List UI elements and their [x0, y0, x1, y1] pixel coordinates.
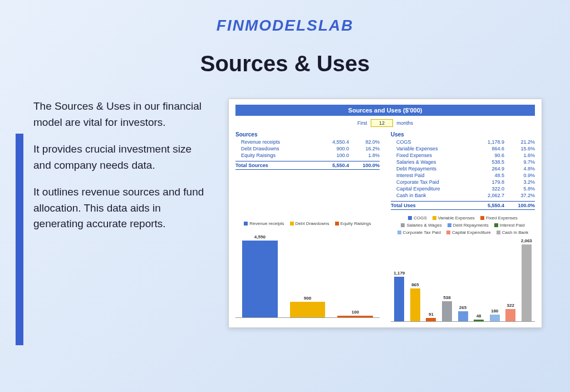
bar-fill: [337, 316, 373, 317]
sources-chart: Revenue receiptsDebt DrawdownsEquity Rai…: [235, 215, 380, 322]
legend-swatch: [397, 231, 401, 234]
legend-item: Corporate Tax Paid: [397, 230, 441, 235]
legend-item: Debt Drawdowns: [290, 215, 330, 231]
row-pct: 21.2%: [504, 139, 535, 145]
row-label: Salaries & Wages: [391, 159, 471, 165]
bar-fill: [474, 320, 484, 321]
row-pct: 0.9%: [504, 173, 535, 178]
charts-row: Revenue receiptsDebt DrawdownsEquity Rai…: [235, 215, 535, 322]
row-label: Debt Drawdowns: [235, 146, 316, 151]
bar-fill: [442, 301, 452, 322]
total-uses-amount: 5,550.4: [471, 203, 504, 208]
row-label: Capital Expenditure: [391, 186, 471, 192]
accent-bar: [16, 134, 23, 345]
table-row: COGS1,178.921.2%: [391, 139, 535, 145]
row-label: Debt Repayments: [391, 166, 471, 171]
uses-chart: COGSVariable ExpensesFixed ExpensesSalar…: [391, 215, 535, 322]
legend-swatch: [494, 223, 498, 227]
page-title: Sources & Uses: [0, 51, 570, 76]
bar: 4,550: [238, 234, 282, 317]
period-input[interactable]: 12: [371, 119, 393, 127]
table-row: Debt Repayments264.94.8%: [391, 165, 535, 172]
row-amount: 4,550.4: [316, 139, 349, 145]
bar-fill: [522, 244, 532, 321]
table-row: Variable Expenses864.615.6%: [391, 145, 535, 152]
legend-item: Revenue receipts: [244, 215, 284, 231]
legend-item: Variable Expenses: [433, 215, 475, 220]
bar: 2,063: [520, 238, 533, 321]
brand-logo: FINMODELSLAB: [0, 0, 570, 35]
paragraph-2: It provides crucial investment size and …: [33, 141, 212, 173]
legend-swatch: [446, 231, 450, 234]
row-amount: 900.0: [316, 146, 349, 151]
bar-fill: [426, 318, 436, 321]
uses-head: Uses: [391, 130, 535, 139]
bar: 91: [425, 238, 438, 321]
table-row: Capital Expenditure322.05.8%: [391, 185, 535, 192]
row-pct: 9.7%: [504, 159, 535, 165]
sources-head: Sources: [235, 130, 380, 139]
legend-swatch: [401, 223, 405, 227]
sources-table: Sources Revenue receipts4,550.482.0%Debt…: [235, 130, 380, 210]
row-pct: 3.2%: [504, 179, 535, 185]
row-label: Variable Expenses: [391, 146, 471, 151]
bar-value: 2,063: [521, 238, 532, 243]
bar: 1,179: [393, 238, 406, 321]
legend-swatch: [290, 222, 294, 226]
table-row: Interest Paid48.50.9%: [391, 172, 535, 179]
table-row: Equity Raisings100.01.8%: [235, 152, 380, 159]
row-pct: 1.6%: [504, 153, 535, 158]
row-label: Interest Paid: [391, 173, 471, 178]
legend-item: Equity Raisings: [335, 215, 371, 231]
bar-value: 48: [476, 313, 481, 318]
row-pct: 1.8%: [349, 153, 380, 158]
bar-fill: [505, 309, 515, 321]
total-sources-row: Total Sources 5,550.4 100.0%: [235, 161, 380, 170]
bar: 322: [504, 238, 517, 321]
uses-legend: COGSVariable ExpensesFixed ExpensesSalar…: [391, 215, 535, 235]
total-sources-amount: 5,550.4: [316, 163, 349, 168]
bar-fill: [394, 277, 404, 321]
sources-legend: Revenue receiptsDebt DrawdownsEquity Rai…: [235, 215, 380, 231]
total-sources-label: Total Sources: [235, 163, 316, 168]
row-amount: 538.5: [471, 159, 504, 165]
row-amount: 264.9: [471, 166, 504, 171]
legend-item: COGS: [408, 215, 427, 220]
table-row: Revenue receipts4,550.482.0%: [235, 139, 380, 145]
total-uses-label: Total Uses: [391, 203, 471, 208]
table-row: Salaries & Wages538.59.7%: [391, 159, 535, 165]
table-row: Cash in Bank2,062.737.2%: [391, 192, 535, 199]
table-row: Debt Drawdowns900.016.2%: [235, 145, 380, 152]
total-uses-pct: 100.0%: [504, 203, 535, 208]
description-column: The Sources & Uses in our financial mode…: [33, 99, 212, 243]
total-sources-pct: 100.0%: [349, 163, 380, 168]
paragraph-3: It outlines revenue sources and fund all…: [33, 184, 212, 232]
bar-value: 538: [443, 295, 450, 300]
bar: 48: [473, 238, 485, 321]
row-amount: 100.0: [316, 153, 349, 158]
row-amount: 1,178.9: [471, 139, 504, 145]
row-amount: 179.8: [471, 179, 504, 185]
period-selector: First 12 months: [235, 119, 535, 127]
row-label: Equity Raisings: [235, 153, 316, 158]
legend-swatch: [497, 231, 500, 234]
total-uses-row: Total Uses 5,550.4 100.0%: [391, 201, 535, 210]
bar: 538: [441, 238, 454, 321]
bar: 865: [409, 238, 422, 321]
bar-fill: [490, 315, 500, 321]
bar-value: 865: [411, 282, 419, 287]
legend-item: Debt Repayments: [448, 223, 489, 228]
row-label: Fixed Expenses: [391, 153, 471, 158]
row-pct: 4.8%: [504, 166, 535, 171]
legend-swatch: [448, 223, 451, 227]
legend-swatch: [480, 216, 484, 220]
chart-panel: Sources and Uses ($'000) First 12 months…: [228, 99, 542, 328]
legend-item: Fixed Expenses: [480, 215, 518, 220]
bar: 900: [286, 234, 330, 317]
legend-swatch: [335, 222, 339, 226]
uses-bars: 1,17986591538265481803222,063: [391, 238, 535, 322]
period-prefix: First: [357, 120, 367, 126]
row-label: Corporate Tax Paid: [391, 179, 471, 185]
bar-value: 91: [429, 312, 434, 317]
row-label: Cash in Bank: [391, 193, 471, 198]
